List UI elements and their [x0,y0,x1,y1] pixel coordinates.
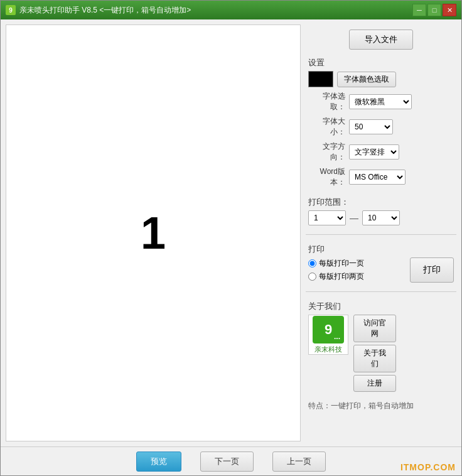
maximize-button[interactable]: □ [427,4,441,16]
visit-website-button[interactable]: 访问官网 [353,315,396,342]
settings-label: 设置 [308,57,454,68]
app-icon: 9 [6,5,16,15]
bottom-bar: 预览 下一页 上一页 ITMOP.COM [1,446,461,475]
color-pick-button[interactable]: 字体颜色选取 [337,72,396,87]
print-option-2-label: 每版打印两页 [319,271,364,282]
print-option-1-radio[interactable] [308,259,316,268]
preview-button[interactable]: 预览 [136,452,181,472]
print-button[interactable]: 打印 [410,257,454,283]
title-bar: 9 亲未喷头打印助手 V8.5 <一键打印，箱号自动增加> ─ □ ✕ [1,1,461,19]
divider-2 [306,291,456,292]
size-select[interactable]: 30 40 50 60 70 80 [349,119,393,134]
range-to-select[interactable]: 5 10 15 20 50 100 [362,210,400,225]
prev-page-button[interactable]: 上一页 [272,452,326,472]
word-version-select[interactable]: MS Office WPS [349,170,406,185]
divider-1 [306,234,456,235]
size-row: 字体大小： 30 40 50 60 70 80 [308,116,454,138]
settings-section: 设置 字体颜色选取 字体选取： 微软雅黑 宋体 黑体 楷体 [306,57,456,192]
import-button[interactable]: 导入文件 [349,30,413,50]
main-window: 9 亲未喷头打印助手 V8.5 <一键打印，箱号自动增加> ─ □ ✕ 1 导入… [0,0,462,476]
about-section: 关于我们 9 ... 亲末科技 访问官网 关于我们 注册 [306,301,456,392]
logo-inner: 9 ... [313,316,344,343]
word-version-label: Word版本： [308,166,349,188]
about-buttons: 访问官网 关于我们 注册 [353,315,396,392]
print-range-section: 打印范围： 1 2 3 4 5 — 5 10 15 20 [306,197,456,225]
print-section: 打印 每版打印一页 每版打印两页 打印 [306,244,456,283]
minimize-button[interactable]: ─ [412,4,426,16]
window-controls: ─ □ ✕ [412,4,456,16]
print-option-1-label: 每版打印一页 [319,258,364,269]
font-label: 字体选取： [308,91,349,112]
range-from-select[interactable]: 1 2 3 4 5 [308,210,346,225]
direction-row: 文字方向： 文字竖排 文字横排 [308,141,454,163]
print-radio-group: 每版打印一页 每版打印两页 [308,258,405,282]
print-options: 每版打印一页 每版打印两页 打印 [308,257,454,283]
itmop-watermark: ITMOP.COM [400,462,456,472]
about-label: 关于我们 [308,301,454,312]
print-option-1-row: 每版打印一页 [308,258,405,269]
window-title: 亲未喷头打印助手 V8.5 <一键打印，箱号自动增加> [19,5,412,16]
print-label: 打印 [308,244,454,255]
feature-text: 特点：一键打印，箱号自动增加 [306,401,456,411]
next-page-button[interactable]: 下一页 [200,452,254,472]
color-row: 字体颜色选取 [308,71,454,87]
print-range-row: 1 2 3 4 5 — 5 10 15 20 50 100 [308,210,454,225]
right-panel: 导入文件 设置 字体颜色选取 字体选取： 微软雅黑 宋体 黑体 楷 [306,24,456,441]
print-range-label: 打印范围： [308,197,454,208]
logo-caption: 亲末科技 [314,345,342,354]
size-label: 字体大小： [308,116,349,138]
direction-select[interactable]: 文字竖排 文字横排 [349,144,399,160]
about-content: 9 ... 亲末科技 访问官网 关于我们 注册 [308,315,454,392]
color-box[interactable] [308,71,333,87]
direction-label: 文字方向： [308,141,349,163]
main-content: 1 导入文件 设置 字体颜色选取 字体选取： 微软雅黑 [1,19,461,446]
font-select[interactable]: 微软雅黑 宋体 黑体 楷体 [349,94,412,109]
logo-box: 9 ... 亲末科技 [308,315,348,355]
close-button[interactable]: ✕ [443,4,456,16]
about-us-button[interactable]: 关于我们 [353,345,396,372]
preview-area: 1 [6,24,301,441]
range-dash: — [350,213,358,223]
logo-nine: 9 [325,323,332,337]
print-option-2-row: 每版打印两页 [308,271,405,282]
logo-dots: ... [334,332,340,341]
register-button[interactable]: 注册 [353,375,396,392]
import-button-row: 导入文件 [306,24,456,52]
print-option-2-radio[interactable] [308,273,316,281]
word-version-row: Word版本： MS Office WPS [308,166,454,188]
font-row: 字体选取： 微软雅黑 宋体 黑体 楷体 [308,91,454,112]
preview-number: 1 [141,207,166,259]
